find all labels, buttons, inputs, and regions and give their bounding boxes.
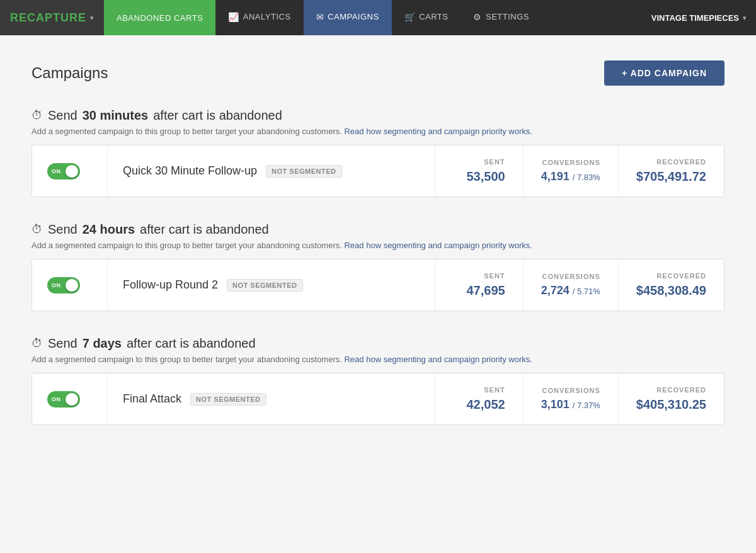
campaign-info-2-0: Final Attack NOT SEGMENTED [108,373,435,425]
conversions-label-0-0: CONVERSIONS [542,159,600,166]
campaign-info-0-0: Quick 30 Minute Follow-up NOT SEGMENTED [108,145,435,197]
nav-campaigns-label: CAMPAIGNS [328,12,379,21]
clock-icon-0: ⏱ [32,109,43,122]
toggle-1-0[interactable]: ON [47,277,80,294]
group-send-suffix-0: after cart is abandoned [153,108,282,123]
group-time-1: 24 hours [83,222,135,237]
nav-item-carts[interactable]: 🛒 CARTS [392,0,461,35]
not-segmented-badge-0-0: NOT SEGMENTED [266,165,341,178]
segmenting-link-2[interactable]: Read how segmenting and campaign priorit… [344,355,532,364]
nav-settings-label: SETTINGS [486,12,529,21]
page-header: Campaigns + ADD CAMPAIGN [32,60,724,86]
toggle-label-1-0: ON [52,282,61,288]
stat-conversions-2-0: CONVERSIONS 3,101 / 7.37% [523,373,618,425]
conversions-label-1-0: CONVERSIONS [542,273,600,280]
store-name: VINTAGE TIMEPIECES [651,13,739,23]
sent-label-2-0: SENT [484,386,505,394]
recovered-label-1-0: RECOVERED [656,272,706,280]
group-send-suffix-2: after cart is abandoned [127,336,256,351]
campaign-stats-1-0: SENT 47,695 CONVERSIONS 2,724 / 5.71% RE… [435,259,724,311]
campaigns-icon: ✉ [316,12,324,22]
group-subtitle-0: Add a segmented campaign to this group t… [32,127,724,136]
recovered-value-0-0: $705,491.72 [636,169,706,184]
clock-icon-2: ⏱ [32,337,43,350]
campaign-group-1: ⏱ Send 24 hours after cart is abandoned … [32,222,724,311]
sent-value-0-0: 53,500 [466,169,505,184]
nav-item-analytics[interactable]: 📈 ANALYTICS [215,0,303,35]
stat-conversions-0-0: CONVERSIONS 4,191 / 7.83% [523,145,618,197]
campaign-stats-0-0: SENT 53,500 CONVERSIONS 4,191 / 7.83% RE… [435,145,724,197]
conversions-pct-0-0: / 7.83% [573,173,600,182]
toggle-label-2-0: ON [52,396,61,402]
conversions-pct-2-0: / 7.37% [573,401,600,410]
nav-abandoned-carts-label: ABANDONED CARTS [117,13,203,23]
stat-recovered-2-0: RECOVERED $405,310.25 [618,373,724,425]
toggle-section-1-0: ON [32,259,108,311]
settings-icon: ⚙ [473,12,482,22]
add-campaign-button[interactable]: + ADD CAMPAIGN [604,60,724,86]
group-send-prefix-0: Send [48,108,77,123]
nav-analytics-label: ANALYTICS [243,12,291,21]
conversions-value-0-0: 4,191 / 7.83% [541,170,600,183]
conversions-pct-1-0: / 5.71% [573,287,600,296]
group-subtitle-1: Add a segmented campaign to this group t… [32,241,724,250]
group-send-suffix-1: after cart is abandoned [140,222,269,237]
main-nav: RECAPTURE ▾ ABANDONED CARTS 📈 ANALYTICS … [0,0,756,35]
toggle-section-0-0: ON [32,145,108,197]
segmenting-link-1[interactable]: Read how segmenting and campaign priorit… [344,241,532,250]
nav-item-campaigns[interactable]: ✉ CAMPAIGNS [304,0,392,35]
toggle-2-0[interactable]: ON [47,391,80,408]
campaign-card-0-0: ON Quick 30 Minute Follow-up NOT SEGMENT… [32,145,724,197]
campaign-name-2-0: Final Attack [123,392,181,406]
conversions-label-2-0: CONVERSIONS [542,387,600,394]
campaign-groups: ⏱ Send 30 minutes after cart is abandone… [32,108,724,425]
stat-recovered-0-0: RECOVERED $705,491.72 [618,145,724,197]
campaign-info-1-0: Follow-up Round 2 NOT SEGMENTED [108,259,435,311]
group-title-0: ⏱ Send 30 minutes after cart is abandone… [32,108,724,123]
group-time-2: 7 days [83,336,122,351]
store-selector[interactable]: VINTAGE TIMEPIECES ▾ [641,0,756,35]
group-send-prefix-1: Send [48,222,77,237]
group-title-2: ⏱ Send 7 days after cart is abandoned [32,336,724,351]
store-dropdown-arrow: ▾ [743,14,746,21]
nav-spacer [542,0,641,35]
group-header-1: ⏱ Send 24 hours after cart is abandoned … [32,222,724,250]
group-time-0: 30 minutes [83,108,148,123]
toggle-0-0[interactable]: ON [47,163,80,180]
campaign-card-1-0: ON Follow-up Round 2 NOT SEGMENTED SENT … [32,259,724,311]
toggle-knob-1-0 [66,279,78,292]
campaign-group-0: ⏱ Send 30 minutes after cart is abandone… [32,108,724,197]
campaign-stats-2-0: SENT 42,052 CONVERSIONS 3,101 / 7.37% RE… [435,373,724,425]
toggle-track-1-0[interactable]: ON [47,277,80,294]
nav-item-settings[interactable]: ⚙ SETTINGS [461,0,542,35]
sent-value-1-0: 47,695 [466,283,505,298]
nav-item-abandoned-carts[interactable]: ABANDONED CARTS [104,0,215,35]
campaign-name-0-0: Quick 30 Minute Follow-up [123,164,257,178]
campaign-name-1-0: Follow-up Round 2 [123,278,218,292]
recovered-value-1-0: $458,308.49 [636,283,706,298]
stat-conversions-1-0: CONVERSIONS 2,724 / 5.71% [523,259,618,311]
recovered-value-2-0: $405,310.25 [636,397,706,412]
group-send-prefix-2: Send [48,336,77,351]
conversions-value-1-0: 2,724 / 5.71% [541,284,600,297]
brand-dropdown-arrow: ▾ [90,14,94,21]
group-header-0: ⏱ Send 30 minutes after cart is abandone… [32,108,724,136]
brand-name: RECAPTURE [10,11,86,25]
page-content: Campaigns + ADD CAMPAIGN ⏱ Send 30 minut… [13,35,743,476]
recovered-label-2-0: RECOVERED [656,386,706,394]
conversions-value-2-0: 3,101 / 7.37% [541,398,600,411]
toggle-knob-2-0 [66,393,78,406]
page-title: Campaigns [32,64,108,82]
toggle-section-2-0: ON [32,373,108,425]
group-header-2: ⏱ Send 7 days after cart is abandoned Ad… [32,336,724,364]
recovered-label-0-0: RECOVERED [656,158,706,166]
analytics-icon: 📈 [228,12,239,22]
clock-icon-1: ⏱ [32,223,43,236]
not-segmented-badge-2-0: NOT SEGMENTED [190,393,266,406]
sent-value-2-0: 42,052 [466,397,505,412]
toggle-track-0-0[interactable]: ON [47,163,80,180]
segmenting-link-0[interactable]: Read how segmenting and campaign priorit… [344,127,532,136]
stat-sent-0-0: SENT 53,500 [435,145,523,197]
brand-logo[interactable]: RECAPTURE ▾ [0,0,104,35]
toggle-track-2-0[interactable]: ON [47,391,80,408]
